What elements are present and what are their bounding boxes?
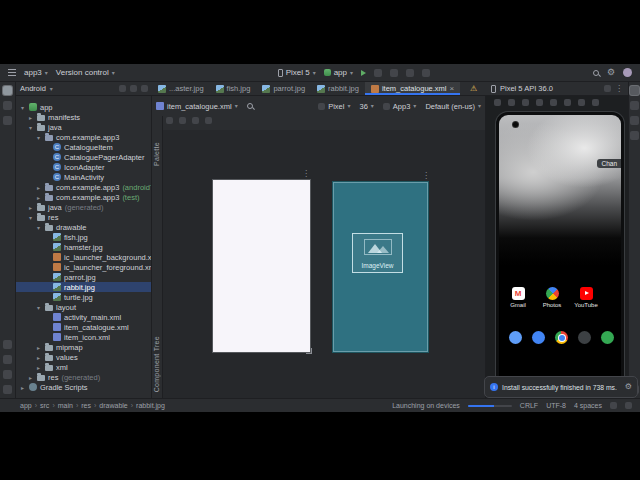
tree-item-com-example-app3[interactable]: ▸com.example.app3(androidTest) — [16, 182, 151, 192]
app-gmail[interactable]: Gmail — [507, 287, 529, 308]
tab-aster-jpg[interactable]: ...aster.jpg — [152, 82, 210, 95]
run-tool-icon[interactable] — [3, 340, 12, 349]
tree-item-com-example-app3[interactable]: ▾com.example.app3 — [16, 132, 151, 142]
breadcrumb-src[interactable]: src — [40, 402, 49, 409]
version-control-selector[interactable]: Version control ▾ — [56, 68, 115, 77]
tree-item-turtle-jpg[interactable]: turtle.jpg — [16, 292, 151, 302]
tree-item-res[interactable]: ▾res — [16, 212, 151, 222]
tree-item-rabbit-jpg[interactable]: rabbit.jpg — [16, 282, 151, 292]
overview-icon[interactable] — [592, 99, 599, 106]
dock-phone-icon[interactable] — [509, 331, 522, 344]
tree-item-layout[interactable]: ▾layout — [16, 302, 151, 312]
app-quality-tool-icon[interactable] — [630, 131, 639, 140]
breadcrumb-drawable[interactable]: drawable — [99, 402, 127, 409]
api-picker[interactable]: 36 ▾ — [359, 102, 373, 111]
build-icon[interactable] — [374, 69, 382, 77]
project-view-selector[interactable]: Android — [20, 84, 46, 93]
problems-tool-icon[interactable] — [3, 355, 12, 364]
tree-item-ic-launcher-foreground-xml[interactable]: ic_launcher_foreground.xml — [16, 262, 151, 272]
back-icon[interactable] — [564, 99, 571, 106]
debug-icon[interactable] — [390, 69, 398, 77]
tree-item-parrot-jpg[interactable]: parrot.jpg — [16, 272, 151, 282]
tree-item-gradle-scripts[interactable]: ▸Gradle Scripts — [16, 382, 151, 392]
more-icon[interactable]: ⋮ — [615, 85, 623, 93]
run-config-selector[interactable]: app ▾ — [324, 68, 353, 77]
rotate-left-icon[interactable] — [536, 99, 543, 106]
warning-icon[interactable]: ⚠ — [470, 85, 477, 93]
gradle-tool-icon[interactable] — [630, 101, 639, 110]
tree-item-drawable[interactable]: ▾drawable — [16, 222, 151, 232]
component-tree-tab[interactable]: Component Tree — [153, 336, 160, 392]
tree-item-values[interactable]: ▸values — [16, 352, 151, 362]
locate-file-icon[interactable] — [119, 85, 126, 92]
tree-item-mipmap[interactable]: ▸mipmap — [16, 342, 151, 352]
design-surface[interactable]: ⋮ ⋮ ImageView — [163, 130, 485, 398]
notifications-icon[interactable] — [625, 402, 632, 409]
theme-picker[interactable]: App3 ▾ — [383, 102, 417, 111]
breadcrumb-main[interactable]: main — [58, 402, 73, 409]
design-menu-icon[interactable]: ⋮ — [302, 170, 310, 178]
breadcrumb-app[interactable]: app — [20, 402, 32, 409]
imageview-widget[interactable]: ImageView — [352, 233, 403, 273]
palette-tab[interactable]: Palette — [153, 142, 160, 166]
blueprint-preview[interactable]: ImageView — [333, 182, 428, 352]
view-mode-icon[interactable] — [166, 117, 173, 124]
emulator-screen[interactable]: Chan GmailPhotosYouTube — [499, 115, 621, 391]
tree-item-java[interactable]: ▸java(generated) — [16, 202, 151, 212]
panel-options-icon[interactable] — [141, 85, 148, 92]
breadcrumb-rabbit-jpg[interactable]: rabbit.jpg — [136, 402, 165, 409]
close-tab-icon[interactable]: × — [450, 85, 455, 93]
tree-item-xml[interactable]: ▸xml — [16, 362, 151, 372]
dock-messages-icon[interactable] — [532, 331, 545, 344]
tab-fish-jpg[interactable]: fish.jpg — [210, 82, 257, 95]
install-toast[interactable]: Install successfully finished in 738 ms.… — [484, 376, 638, 398]
device-manager-tool-icon[interactable] — [630, 116, 639, 125]
pan-icon[interactable] — [205, 117, 212, 124]
settings-icon[interactable]: ⚙ — [607, 68, 615, 77]
volume-up-icon[interactable] — [508, 99, 515, 106]
run-button[interactable] — [361, 70, 366, 76]
tree-item-res[interactable]: ▸res(generated) — [16, 372, 151, 382]
search-icon[interactable] — [593, 70, 599, 76]
zoom-in-icon[interactable] — [192, 117, 199, 124]
tab-rabbit-jpg[interactable]: rabbit.jpg — [311, 82, 365, 95]
tree-item-manifests[interactable]: ▸manifests — [16, 112, 151, 122]
structure-tool-icon[interactable] — [3, 116, 12, 125]
menu-icon[interactable] — [8, 69, 16, 76]
profiler-icon[interactable] — [406, 69, 414, 77]
project-tool-icon[interactable] — [3, 86, 12, 95]
app-youtube[interactable]: YouTube — [575, 287, 597, 308]
profile-avatar[interactable] — [623, 68, 632, 77]
status-4-spaces[interactable]: 4 spaces — [574, 402, 602, 409]
tree-item-mainactivity[interactable]: MainActivity — [16, 172, 151, 182]
tree-item-java[interactable]: ▾java — [16, 122, 151, 132]
home-icon[interactable] — [578, 99, 585, 106]
tree-item-iconadapter[interactable]: IconAdapter — [16, 162, 151, 172]
status-crlf[interactable]: CRLF — [520, 402, 538, 409]
tab-item-catalogue-xml[interactable]: item_catalogue.xml× — [365, 82, 460, 95]
running-devices-tool-icon[interactable] — [630, 86, 639, 95]
notification-chip[interactable]: Chan — [597, 159, 621, 168]
logcat-tool-icon[interactable] — [3, 385, 12, 394]
tree-item-fish-jpg[interactable]: fish.jpg — [16, 232, 151, 242]
collapse-all-icon[interactable] — [130, 85, 137, 92]
device-picker[interactable]: Pixel ▾ — [318, 102, 350, 111]
tree-item-com-example-app3[interactable]: ▸com.example.app3(test) — [16, 192, 151, 202]
file-chip[interactable]: item_catalogue.xml ▾ — [156, 102, 238, 111]
design-preview[interactable] — [213, 180, 310, 352]
app-photos[interactable]: Photos — [541, 287, 563, 308]
rotate-device-icon[interactable] — [604, 85, 611, 92]
tree-item-item-icon-xml[interactable]: item_icon.xml — [16, 332, 151, 342]
resize-handle[interactable] — [306, 348, 312, 354]
stop-icon[interactable] — [422, 69, 430, 77]
tree-item-catalogueitem[interactable]: CatalogueItem — [16, 142, 151, 152]
tree-item-app[interactable]: ▾app — [16, 102, 151, 112]
device-selector[interactable]: Pixel 5 ▾ — [278, 68, 316, 77]
lock-indicator-icon[interactable] — [610, 402, 617, 409]
zoom-out-icon[interactable] — [179, 117, 186, 124]
breadcrumb-res[interactable]: res — [81, 402, 91, 409]
dock-camera-icon[interactable] — [578, 331, 591, 344]
locale-picker[interactable]: Default (en-us) ▾ — [425, 102, 481, 111]
toast-settings-icon[interactable]: ⚙ — [625, 383, 632, 391]
rotate-right-icon[interactable] — [550, 99, 557, 106]
